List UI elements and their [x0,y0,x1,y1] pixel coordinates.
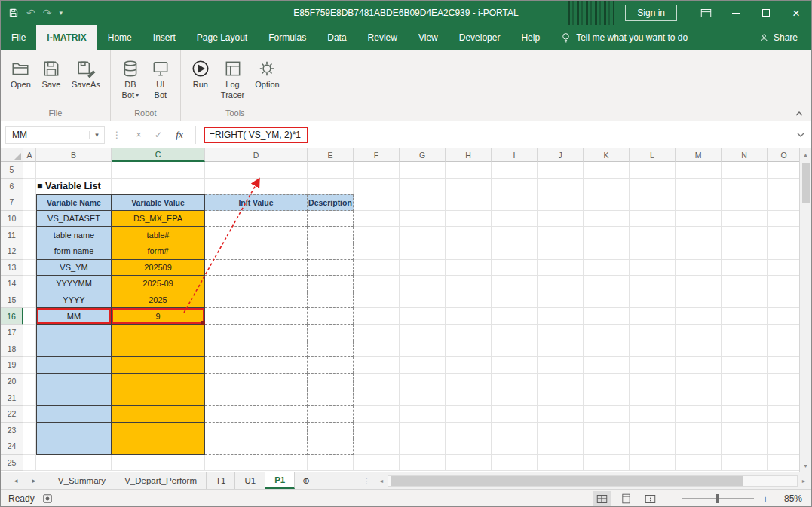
cell-L15[interactable] [630,292,676,309]
cell-M13[interactable] [676,260,722,276]
cell-F13[interactable] [354,260,400,276]
cell-O17[interactable] [768,325,801,341]
cell-D17[interactable] [205,325,308,341]
vertical-scroll-thumb[interactable] [802,163,810,203]
row-header-15[interactable]: 15 [1,292,23,309]
cell-C19[interactable] [112,357,205,374]
cell-B11[interactable]: table name [36,227,112,243]
cell-L5[interactable] [630,162,676,179]
cell-H20[interactable] [446,374,492,390]
cell-B12[interactable]: form name [36,243,112,260]
cell-B25[interactable] [36,455,112,472]
customize-qat-icon[interactable]: ▾ [59,9,63,17]
cell-L24[interactable] [630,438,676,455]
cell-O23[interactable] [768,423,801,439]
cell-H22[interactable] [446,406,492,423]
cell-C15[interactable]: 2025 [112,292,205,309]
cell-J18[interactable] [538,341,584,358]
cell-K18[interactable] [584,341,630,358]
cell-I24[interactable] [492,438,538,455]
cell-J13[interactable] [538,260,584,276]
cell-C25[interactable] [112,455,205,472]
cell-C21[interactable] [112,389,205,406]
ribbon-display-options-icon[interactable] [691,1,721,25]
cell-C24[interactable] [112,438,205,455]
sheet-nav-right-icon[interactable]: ► [31,478,37,484]
cell-I15[interactable] [492,292,538,309]
row-header-25[interactable]: 25 [1,455,23,472]
row-header-13[interactable]: 13 [1,260,23,276]
cell-A14[interactable] [23,276,36,292]
column-header-G[interactable]: G [400,148,446,162]
name-box[interactable]: MM ▾ [5,126,105,144]
cell-H7[interactable] [446,194,492,211]
cell-M7[interactable] [676,194,722,211]
cell-G19[interactable] [400,357,446,374]
cell-H16[interactable] [446,308,492,325]
cell-K16[interactable] [584,308,630,325]
cell-D20[interactable] [205,374,308,390]
zoom-slider-thumb[interactable] [716,494,719,503]
row-header-10[interactable]: 10 [1,211,23,228]
ui-bot-button[interactable]: UI Bot [146,53,176,102]
cell-C17[interactable] [112,325,205,341]
cell-I5[interactable] [492,162,538,179]
cell-L19[interactable] [630,357,676,374]
cell-C5[interactable] [112,162,205,179]
column-header-I[interactable]: I [492,148,538,162]
cell-M10[interactable] [676,211,722,228]
column-header-A[interactable]: A [23,148,36,162]
cell-F23[interactable] [354,423,400,439]
cell-J5[interactable] [538,162,584,179]
cell-A6[interactable] [23,179,36,195]
cell-J16[interactable] [538,308,584,325]
enter-formula-icon[interactable]: ✓ [149,130,168,140]
redo-icon[interactable]: ↷ [43,7,52,19]
cell-K7[interactable] [584,194,630,211]
column-header-K[interactable]: K [584,148,630,162]
cell-O24[interactable] [768,438,801,455]
tab-developer[interactable]: Developer [449,25,511,50]
cell-J24[interactable] [538,438,584,455]
cell-D10[interactable] [205,211,308,228]
minimize-button[interactable] [721,1,751,25]
cell-B23[interactable] [36,423,112,439]
cell-K12[interactable] [584,243,630,260]
cell-K20[interactable] [584,374,630,390]
new-sheet-icon[interactable]: ⊕ [295,472,317,489]
cell-B17[interactable] [36,325,112,341]
cell-K19[interactable] [584,357,630,374]
cell-C22[interactable] [112,406,205,423]
cell-O11[interactable] [768,227,801,243]
cell-F18[interactable] [354,341,400,358]
maximize-button[interactable] [751,1,781,25]
cell-A21[interactable] [23,389,36,406]
cell-E17[interactable] [308,325,354,341]
cell-O7[interactable] [768,194,801,211]
option-button[interactable]: Option [250,53,284,92]
cell-N7[interactable] [722,194,768,211]
cell-E7[interactable]: Description [308,194,354,211]
cell-L13[interactable] [630,260,676,276]
cell-N21[interactable] [722,389,768,406]
cell-M20[interactable] [676,374,722,390]
cell-O18[interactable] [768,341,801,358]
column-header-B[interactable]: B [36,148,112,162]
cancel-formula-icon[interactable]: × [129,130,149,140]
cell-G14[interactable] [400,276,446,292]
row-header-19[interactable]: 19 [1,357,23,374]
cell-A24[interactable] [23,438,36,455]
cell-E6[interactable] [308,179,354,195]
cell-C18[interactable] [112,341,205,358]
cell-F12[interactable] [354,243,400,260]
cell-H12[interactable] [446,243,492,260]
cell-C11[interactable]: table# [112,227,205,243]
tab-insert[interactable]: Insert [142,25,186,50]
cell-F6[interactable] [354,179,400,195]
cell-H15[interactable] [446,292,492,309]
column-header-L[interactable]: L [630,148,676,162]
open-button[interactable]: Open [5,53,36,92]
row-header-17[interactable]: 17 [1,325,23,341]
cell-E21[interactable] [308,389,354,406]
cell-C7[interactable]: Variable Value [112,194,205,211]
